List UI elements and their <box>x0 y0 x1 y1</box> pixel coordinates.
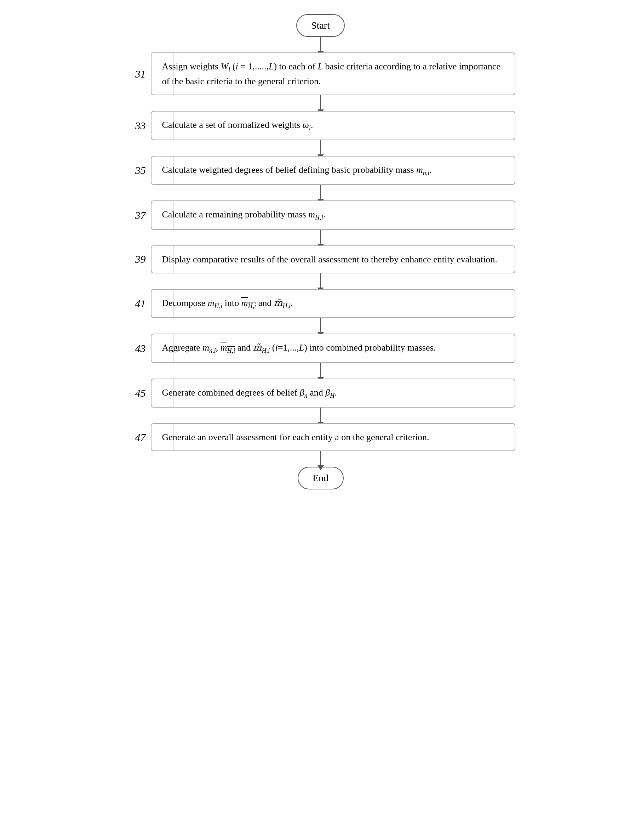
step-number-41: 41 <box>126 297 151 310</box>
step-box-31: Assign weights Wi (i = 1,.....,L) to eac… <box>151 52 515 95</box>
step-text-39: Display comparative results of the overa… <box>162 254 497 264</box>
arrow-3 <box>320 185 321 200</box>
step-text-43: Aggregate mn,i, mH,i and m̃H,i (i=1,...,… <box>162 342 436 353</box>
step-number-37: 37 <box>126 209 151 221</box>
step-row-43: 43 Aggregate mn,i, mH,i and m̃H,i (i=1,.… <box>126 334 515 363</box>
step-number-35: 35 <box>126 164 151 176</box>
step-text-41: Decompose mH,i into mH,i and m̃H,i. <box>162 298 293 308</box>
step-row-47: 47 Generate an overall assessment for ea… <box>126 423 515 451</box>
arrow-1 <box>320 95 321 111</box>
step-number-39: 39 <box>126 253 151 265</box>
bracket-43 <box>173 334 179 363</box>
step-row-39: 39 Display comparative results of the ov… <box>126 245 515 273</box>
step-number-33: 33 <box>126 120 151 132</box>
step-box-35: Calculate weighted degrees of belief def… <box>151 156 515 185</box>
arrow-8 <box>320 408 321 423</box>
arrow-7 <box>320 363 321 379</box>
step-box-33: Calculate a set of normalized weights ωi… <box>151 111 515 140</box>
start-oval: Start <box>296 14 345 37</box>
step-box-37: Calculate a remaining probability mass m… <box>151 200 515 229</box>
step-number-31: 31 <box>126 68 151 80</box>
bracket-45 <box>173 379 179 408</box>
step-number-45: 45 <box>126 387 151 399</box>
step-text-35: Calculate weighted degrees of belief def… <box>162 164 432 175</box>
bracket-33 <box>173 111 179 140</box>
step-number-43: 43 <box>126 342 151 355</box>
arrow-4 <box>320 230 321 245</box>
bracket-41 <box>173 289 179 318</box>
step-row-37: 37 Calculate a remaining probability mas… <box>126 200 515 229</box>
step-text-31: Assign weights Wi (i = 1,.....,L) to eac… <box>162 61 501 86</box>
step-row-33: 33 Calculate a set of normalized weights… <box>126 111 515 140</box>
step-row-35: 35 Calculate weighted degrees of belief … <box>126 156 515 185</box>
step-box-43: Aggregate mn,i, mH,i and m̃H,i (i=1,...,… <box>151 334 515 363</box>
step-text-45: Generate combined degrees of belief βn a… <box>162 387 337 398</box>
flowchart: Start 31 Assign weights Wi (i = 1,.....,… <box>126 14 515 489</box>
step-row-45: 45 Generate combined degrees of belief β… <box>126 379 515 408</box>
bracket-31 <box>173 52 179 95</box>
arrow-6 <box>320 318 321 334</box>
step-box-41: Decompose mH,i into mH,i and m̃H,i. <box>151 289 515 318</box>
start-label: Start <box>311 20 330 31</box>
bracket-37 <box>173 200 179 229</box>
bracket-47 <box>173 423 179 451</box>
arrow-0 <box>320 37 321 52</box>
step-row-41: 41 Decompose mH,i into mH,i and m̃H,i. <box>126 289 515 318</box>
arrow-9 <box>320 451 321 467</box>
arrow-5 <box>320 273 321 289</box>
step-box-47: Generate an overall assessment for each … <box>151 423 515 451</box>
step-row-31: 31 Assign weights Wi (i = 1,.....,L) to … <box>126 52 515 95</box>
step-box-39: Display comparative results of the overa… <box>151 245 515 273</box>
bracket-35 <box>173 156 179 185</box>
step-box-45: Generate combined degrees of belief βn a… <box>151 379 515 408</box>
arrow-2 <box>320 140 321 156</box>
step-number-47: 47 <box>126 431 151 443</box>
step-text-33: Calculate a set of normalized weights ωi… <box>162 120 313 130</box>
end-label: End <box>312 472 329 484</box>
bracket-39 <box>173 245 179 273</box>
step-text-47: Generate an overall assessment for each … <box>162 432 429 442</box>
step-text-37: Calculate a remaining probability mass m… <box>162 209 325 219</box>
